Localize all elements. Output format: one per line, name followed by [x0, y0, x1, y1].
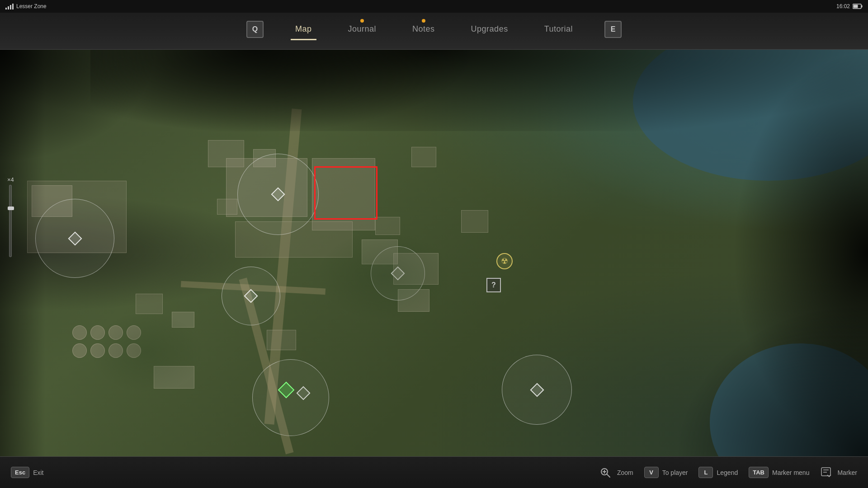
zone-circle-bottom-right: [502, 355, 572, 425]
esc-key[interactable]: Esc: [11, 467, 29, 478]
tab-key[interactable]: TAB: [749, 467, 769, 478]
marker-menu-label: Marker menu: [772, 469, 809, 476]
zoom-label-bottom: Zoom: [617, 469, 633, 476]
zone-circle-mid-lower: [222, 267, 280, 325]
legend-label: Legend: [717, 469, 738, 476]
q-key-button[interactable]: Q: [246, 21, 264, 38]
signal-icon: [5, 3, 14, 9]
zoom-multiplier-label: ×4: [7, 176, 14, 183]
exit-label: Exit: [33, 469, 43, 476]
tab-map[interactable]: Map: [291, 22, 316, 37]
tab-notes[interactable]: Notes: [408, 22, 439, 37]
svg-rect-7: [821, 468, 830, 476]
small-building-4: [375, 217, 400, 235]
time-display: 16:02: [836, 3, 850, 9]
small-building-7: [154, 366, 194, 389]
zone-marker-center: [271, 188, 285, 201]
battery-icon: [853, 4, 863, 9]
svg-line-4: [607, 474, 610, 477]
marker-menu-action[interactable]: TAB Marker menu: [749, 467, 809, 478]
zone-circle-left: [35, 199, 114, 278]
exit-action[interactable]: Esc Exit: [11, 467, 43, 478]
diamond-bottom-center: [296, 386, 310, 400]
zone-marker-bottom-right: [530, 383, 544, 397]
small-building-1: [136, 294, 163, 314]
nav-tabs: Q Map Journal Notes Upgrades Tutorial E: [246, 21, 622, 38]
bottom-bar: Esc Exit Zoom V To player L Legend TAB M…: [0, 456, 868, 488]
zone-circle-bottom: [252, 359, 329, 436]
to-player-label: To player: [662, 469, 688, 476]
tab-journal[interactable]: Journal: [344, 22, 381, 37]
svg-rect-1: [862, 5, 863, 8]
zoom-slider[interactable]: ×4: [7, 176, 14, 257]
l-key[interactable]: L: [698, 467, 713, 478]
zone-marker-left: [68, 232, 82, 245]
small-building-2: [172, 312, 194, 328]
small-building-3: [217, 199, 237, 215]
map-container[interactable]: ☢ ? ×4: [0, 50, 868, 456]
highlighted-building: [314, 166, 377, 220]
zone-circle-center: [237, 154, 319, 235]
player-diamond-icon: [278, 382, 295, 399]
zone-marker-bottom-center: [297, 386, 310, 400]
zoom-action[interactable]: Zoom: [599, 466, 633, 479]
zoom-track[interactable]: [9, 185, 12, 257]
e-key-button[interactable]: E: [604, 21, 622, 38]
player-marker: [280, 384, 292, 396]
radiation-marker: ☢: [496, 253, 513, 269]
small-building-8: [411, 147, 436, 167]
marker-icon: [820, 467, 832, 479]
zoom-icon: [599, 466, 612, 479]
system-bar: Lesser Zone 16:02: [0, 0, 868, 13]
marker-label: Marker: [837, 469, 857, 476]
diamond-marker-bottom-right: [530, 383, 544, 397]
unknown-marker: ?: [486, 278, 501, 292]
tab-upgrades[interactable]: Upgrades: [467, 22, 513, 37]
system-right: 16:02: [836, 3, 863, 9]
journal-dot: [360, 19, 364, 23]
small-building-6: [267, 330, 296, 350]
system-left: Lesser Zone: [5, 3, 47, 9]
marker-action[interactable]: Marker: [820, 467, 857, 479]
legend-action[interactable]: L Legend: [698, 467, 738, 478]
to-player-action[interactable]: V To player: [644, 467, 688, 478]
notes-dot: [422, 19, 425, 23]
zone-marker-mid-lower: [244, 289, 258, 303]
zoom-thumb[interactable]: [8, 206, 14, 210]
tab-tutorial[interactable]: Tutorial: [540, 22, 577, 37]
diamond-marker-center: [271, 187, 285, 201]
diamond-marker-left: [68, 231, 82, 245]
svg-rect-2: [854, 5, 858, 8]
v-key[interactable]: V: [644, 467, 659, 478]
carrier-label: Lesser Zone: [16, 3, 47, 9]
diamond-marker-mid-lower: [244, 289, 258, 303]
small-building-5: [362, 239, 398, 264]
